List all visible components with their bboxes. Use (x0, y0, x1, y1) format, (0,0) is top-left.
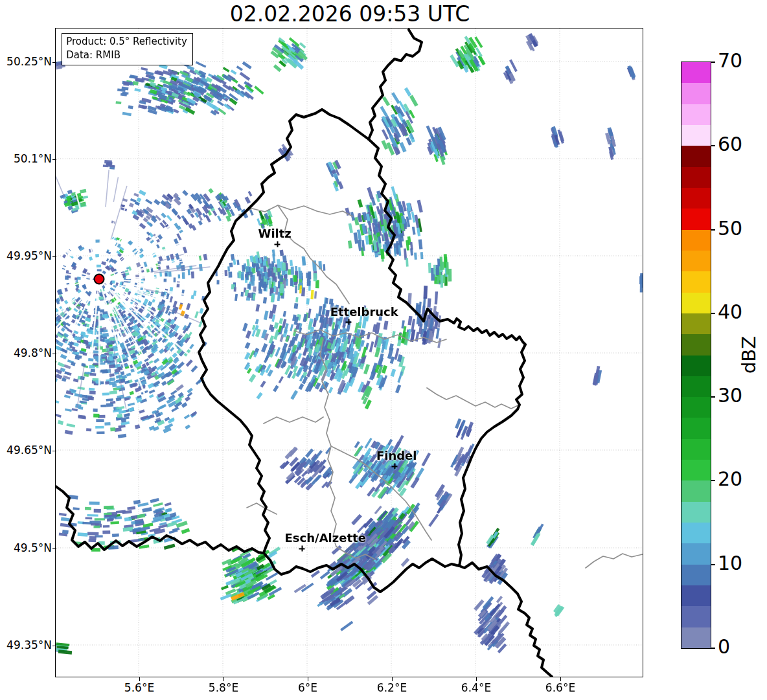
colorbar-tick-mark (711, 229, 715, 231)
colorbar-segment (681, 564, 711, 585)
figure-title: 02.02.2026 09:53 UTC (56, 1, 643, 27)
y-tick-label: 50.25°N (0, 55, 52, 68)
x-tick-mark (560, 677, 561, 681)
y-tick-mark (52, 159, 56, 160)
colorbar-tick-label: 50 (718, 217, 742, 240)
y-tick-mark (52, 354, 56, 354)
city-plus-marker (392, 464, 398, 469)
colorbar-segment (681, 606, 711, 627)
y-tick-mark (52, 646, 56, 646)
x-tick-label: 6.4°E (447, 681, 505, 694)
colorbar-segment (681, 460, 711, 481)
internal-border (247, 503, 277, 514)
y-tick-mark (52, 548, 56, 549)
y-tick-label: 49.65°N (0, 444, 52, 457)
colorbar-segment (681, 124, 711, 146)
colorbar-segment (681, 209, 711, 230)
internal-border (586, 554, 643, 568)
colorbar-segment (681, 292, 711, 313)
city-plus-marker (275, 242, 280, 247)
colorbar-segment (681, 585, 711, 607)
colorbar-segment (681, 187, 711, 209)
x-tick-mark (476, 677, 477, 681)
x-tick-mark (308, 677, 308, 681)
city-label-wiltz: Wiltz (258, 227, 292, 240)
city-label-findel: Findel (376, 449, 417, 462)
colorbar-segment (681, 438, 711, 460)
internal-border (320, 339, 336, 547)
y-tick-label: 49.8°N (0, 346, 52, 359)
colorbar-tick-mark (711, 564, 715, 565)
colorbar-tick-mark (711, 648, 715, 649)
national-border (56, 486, 264, 553)
colorbar-tick-label: 10 (718, 552, 742, 574)
colorbar-segment (681, 397, 711, 418)
colorbar-segment (681, 271, 711, 293)
colorbar-tick-label: 20 (718, 468, 742, 490)
radar-figure: 02.02.2026 09:53 UTC WiltzEttelbruckFind… (0, 0, 767, 700)
colorbar-segment (681, 627, 711, 648)
colorbar-segment (681, 480, 711, 502)
colorbar-tick-mark (711, 62, 715, 63)
x-tick-label: 6°E (279, 681, 337, 694)
colorbar (681, 62, 711, 649)
data-source-line: Data: RMIB (66, 49, 187, 62)
city-plus-marker (299, 546, 305, 552)
x-tick-mark (392, 677, 393, 681)
x-tick-label: 5.8°E (194, 681, 253, 694)
city-label-ettelbruck: Ettelbruck (330, 305, 398, 319)
y-tick-label: 49.5°N (0, 541, 52, 554)
colorbar-unit-label: dBZ (738, 321, 761, 389)
national-border (199, 109, 525, 592)
colorbar-segment (681, 523, 711, 544)
x-tick-label: 6.6°E (531, 681, 590, 694)
colorbar-segment (681, 376, 711, 397)
y-tick-mark (52, 62, 56, 63)
colorbar-tick-label: 70 (718, 49, 742, 72)
internal-border (278, 205, 349, 304)
y-tick-label: 49.35°N (0, 638, 52, 651)
y-tick-mark (52, 451, 56, 451)
colorbar-segment (681, 501, 711, 523)
radar-site-marker (94, 274, 105, 285)
country-borders (56, 28, 643, 677)
y-tick-mark (52, 256, 56, 257)
colorbar-tick-label: 40 (718, 300, 742, 323)
colorbar-tick-label: 60 (718, 133, 742, 155)
colorbar-tick-mark (711, 313, 715, 314)
colorbar-segment (681, 229, 711, 251)
x-tick-label: 6.2°E (363, 681, 421, 694)
colorbar-segment (681, 83, 711, 104)
x-tick-mark (223, 677, 224, 681)
x-tick-mark (139, 677, 140, 681)
colorbar-tick-label: 0 (718, 635, 730, 658)
internal-border (239, 205, 352, 216)
city-label-esch-alzette: Esch/Alzette (285, 531, 366, 545)
colorbar-segment (681, 250, 711, 271)
city-plus-marker (346, 319, 352, 325)
colorbar-segment (681, 418, 711, 439)
colorbar-segment (681, 62, 711, 84)
x-tick-label: 5.6°E (110, 681, 168, 694)
colorbar-tick-mark (711, 145, 715, 146)
colorbar-tick-mark (711, 396, 715, 398)
product-annotation-box: Product: 0.5° Reflectivity Data: RMIB (62, 33, 193, 65)
internal-border (294, 330, 446, 343)
colorbar-segment (681, 334, 711, 356)
internal-border (336, 547, 375, 559)
y-tick-label: 50.1°N (0, 152, 52, 165)
colorbar-segment (681, 543, 711, 565)
colorbar-segment (681, 166, 711, 188)
colorbar-tick-mark (711, 480, 715, 481)
colorbar-segment (681, 146, 711, 167)
y-tick-label: 49.95°N (0, 249, 52, 262)
colorbar-segment (681, 313, 711, 334)
colorbar-segment (681, 104, 711, 125)
national-border (459, 563, 552, 677)
map-plot: WiltzEttelbruckFindelEsch/Alzette Produc… (55, 28, 643, 677)
internal-border (427, 388, 520, 409)
internal-border (264, 417, 323, 423)
product-line: Product: 0.5° Reflectivity (66, 35, 187, 49)
national-border (369, 30, 422, 139)
colorbar-segment (681, 355, 711, 376)
